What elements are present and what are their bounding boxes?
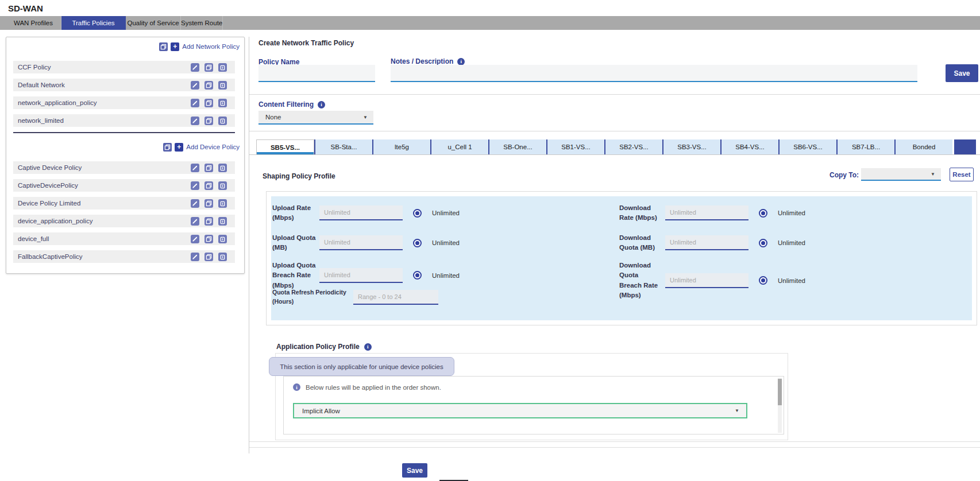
policy-name-input[interactable] [258, 65, 375, 82]
policy-name-label: network_application_policy [18, 99, 97, 106]
plus-icon[interactable]: + [175, 143, 183, 152]
tooltip-bubble: This section is only applicable for uniq… [269, 357, 454, 376]
rate-input[interactable] [319, 205, 403, 220]
unlimited-radio[interactable] [413, 209, 422, 218]
device-policy-row[interactable]: Device Policy Limited [13, 197, 235, 210]
delete-icon[interactable] [218, 81, 227, 90]
delete-icon[interactable] [218, 235, 227, 243]
main-tab[interactable]: System Route [181, 16, 223, 30]
unlimited-radio[interactable] [759, 276, 767, 285]
interface-tab[interactable]: SB7-LB... [836, 139, 894, 154]
edit-icon[interactable] [191, 99, 199, 107]
copy-icon[interactable] [205, 253, 213, 261]
edit-icon[interactable] [191, 117, 199, 125]
unlimited-radio[interactable] [759, 239, 767, 247]
interface-tab-strip: SB5-VS... SB-Sta... lte5g u_Cell 1 SB-On… [256, 139, 952, 154]
policy-name-label: FallbackCaptivePolicy [18, 253, 83, 260]
interface-tab[interactable]: SB-Sta... [314, 139, 372, 154]
copy-icon[interactable] [205, 63, 213, 72]
interface-tab[interactable]: SB4-VS... [720, 139, 778, 154]
edit-icon[interactable] [191, 217, 199, 226]
device-policy-row[interactable]: CaptiveDevicePolicy [13, 179, 235, 192]
rule-select[interactable]: Implicit Allow ▼ [293, 403, 747, 418]
interface-tab[interactable]: Bonded [894, 139, 952, 154]
network-policy-row[interactable]: CCF Policy [13, 61, 235, 73]
edit-icon[interactable] [191, 164, 199, 172]
field-label: Download Quota (MB) [619, 233, 662, 253]
network-policy-row[interactable]: network_application_policy [13, 96, 235, 109]
notes-input[interactable] [391, 65, 917, 82]
interface-tab[interactable]: SB-One... [488, 139, 546, 154]
interface-tab[interactable]: SB3-VS... [662, 139, 720, 154]
copy-icon[interactable] [205, 199, 213, 208]
rate-input[interactable] [665, 235, 748, 250]
interface-tab[interactable]: lte5g [372, 139, 430, 154]
edit-icon[interactable] [191, 181, 199, 190]
copy-icon[interactable] [205, 99, 213, 107]
unlimited-radio[interactable] [759, 209, 767, 218]
field-label: Upload Quota Breach Rate (Mbps) [272, 261, 316, 290]
delete-icon[interactable] [218, 181, 227, 190]
copy-icon[interactable] [205, 235, 213, 243]
main-tab[interactable]: Quality of Service [126, 16, 181, 30]
plus-icon[interactable]: + [171, 42, 179, 51]
edit-icon[interactable] [191, 81, 199, 90]
save-button-bottom[interactable]: Save [402, 463, 427, 478]
delete-icon[interactable] [218, 217, 227, 226]
rate-input[interactable] [665, 205, 748, 220]
scrollbar[interactable] [778, 378, 782, 433]
copy-icon[interactable] [205, 217, 213, 226]
unlimited-radio[interactable] [413, 271, 422, 280]
info-icon[interactable]: i [364, 343, 372, 351]
bulk-copy-icon[interactable] [163, 143, 172, 152]
delete-icon[interactable] [218, 164, 227, 172]
network-policy-row[interactable]: Default Network [13, 79, 235, 91]
copy-icon[interactable] [205, 181, 213, 190]
main-tab[interactable]: Traffic Policies [61, 16, 126, 30]
edit-icon[interactable] [191, 253, 199, 261]
main-tab[interactable]: WAN Profiles [6, 16, 61, 30]
unlimited-radio[interactable] [413, 239, 422, 247]
delete-icon[interactable] [218, 253, 227, 261]
edit-icon[interactable] [191, 199, 199, 208]
copy-to-select[interactable]: ▼ [861, 168, 941, 181]
interface-tab[interactable]: SB2-VS... [604, 139, 662, 154]
interface-tab[interactable]: SB6-VS... [778, 139, 836, 154]
add-device-policy-link[interactable]: Add Device Policy [186, 143, 240, 150]
device-policy-row[interactable]: FallbackCaptivePolicy [13, 250, 235, 263]
bulk-copy-icon[interactable] [159, 42, 168, 51]
application-policy-header: Application Policy Profile i [276, 343, 372, 351]
copy-icon[interactable] [205, 81, 213, 90]
reset-button[interactable]: Reset [950, 168, 974, 181]
scrollbar-thumb[interactable] [778, 379, 782, 405]
tab-scroll-button[interactable] [954, 139, 976, 154]
quota-refresh-input[interactable] [353, 290, 438, 305]
add-network-policy-link[interactable]: Add Network Policy [182, 43, 240, 50]
network-policy-row[interactable]: network_limited [13, 114, 235, 127]
radio-dot [415, 211, 419, 215]
interface-tab[interactable]: SB5-VS... [256, 139, 314, 154]
delete-icon[interactable] [218, 99, 227, 107]
copy-icon[interactable] [205, 164, 213, 172]
delete-icon[interactable] [218, 199, 227, 208]
device-policy-row[interactable]: device_application_policy [13, 215, 235, 227]
delete-icon[interactable] [218, 63, 227, 72]
info-icon[interactable]: i [457, 58, 465, 65]
delete-icon[interactable] [218, 117, 227, 125]
rate-input[interactable] [665, 273, 748, 288]
main-tab-label: System Route [181, 20, 222, 26]
rate-input[interactable] [319, 268, 403, 283]
content-filtering-select[interactable]: None ▼ [258, 111, 373, 125]
interface-tab-label: lte5g [395, 143, 409, 150]
info-icon[interactable]: i [318, 101, 325, 108]
interface-tab[interactable]: u_Cell 1 [430, 139, 488, 154]
device-policy-row[interactable]: Captive Device Policy [13, 161, 235, 174]
edit-icon[interactable] [191, 235, 199, 243]
device-policy-row[interactable]: device_full [13, 232, 235, 245]
save-button[interactable]: Save [946, 64, 978, 82]
interface-tab[interactable]: SB1-VS... [546, 139, 604, 154]
copy-icon[interactable] [205, 117, 213, 125]
edit-icon[interactable] [191, 63, 199, 72]
rate-input[interactable] [319, 235, 403, 250]
main-tab-label: Quality of Service [127, 20, 179, 26]
